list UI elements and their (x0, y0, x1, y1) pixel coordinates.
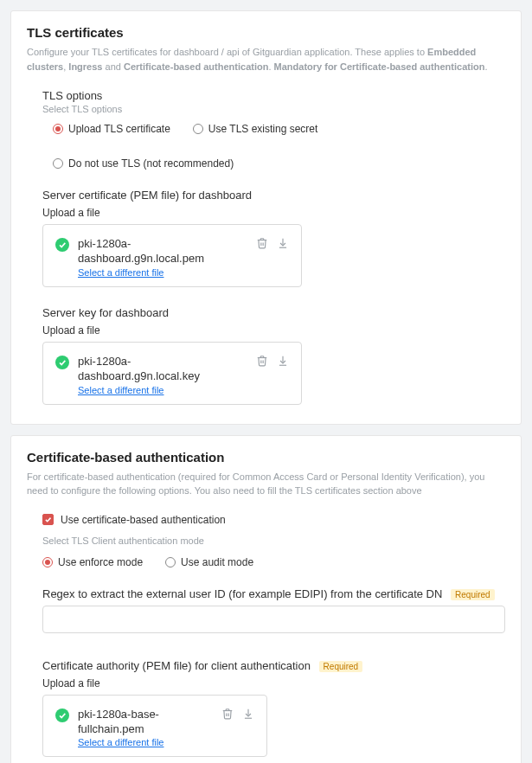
ca-filename: pki-1280a-base-fullchain.pem (78, 708, 213, 737)
select-different-file-link[interactable]: Select a different file (78, 267, 247, 278)
trash-icon[interactable] (256, 355, 268, 367)
cba-radio-enforce[interactable]: Use enforce mode (42, 556, 143, 568)
download-icon[interactable] (277, 237, 289, 249)
cba-mode-radio-row: Use enforce mode Use audit mode (27, 556, 505, 568)
ca-file-box: pki-1280a-base-fullchain.pem Select a di… (42, 695, 267, 758)
server-cert-file-box: pki-1280a-dashboard.g9n.local.pem Select… (42, 224, 302, 287)
server-cert-label: Server certificate (PEM file) for dashbo… (42, 189, 505, 202)
download-icon[interactable] (277, 355, 289, 367)
server-key-label: Server key for dashboard (42, 306, 505, 319)
select-different-file-link[interactable]: Select a different file (78, 737, 213, 747)
radio-label: Use enforce mode (58, 556, 143, 568)
radio-label: Upload TLS certificate (68, 123, 170, 135)
tls-options-group: TLS options Select TLS options Upload TL… (27, 89, 505, 170)
cba-mode-label: Select TLS Client authentication mode (27, 535, 505, 546)
required-badge: Required (319, 661, 363, 672)
cba-enable-label: Use certificate-based authentication (61, 514, 226, 526)
regex-field: Regex to extract the external user ID (f… (27, 587, 505, 600)
cba-description: For certificate-based authentication (re… (27, 470, 505, 498)
cba-enable-checkbox[interactable]: Use certificate-based authentication (27, 514, 505, 526)
ca-label: Certificate authority (PEM file) for cli… (42, 659, 505, 672)
tls-description: Configure your TLS certificates for dash… (27, 45, 505, 74)
cba-radio-audit[interactable]: Use audit mode (165, 556, 253, 568)
radio-label: Use audit mode (181, 556, 253, 568)
server-cert-filename: pki-1280a-dashboard.g9n.local.pem (78, 237, 247, 266)
tls-radio-upload[interactable]: Upload TLS certificate (53, 123, 170, 135)
server-cert-field: Server certificate (PEM file) for dashbo… (27, 189, 505, 287)
regex-input[interactable] (42, 606, 505, 633)
select-different-file-link[interactable]: Select a different file (78, 385, 247, 395)
check-icon (55, 238, 69, 252)
radio-icon (42, 557, 53, 567)
upload-a-file-label: Upload a file (42, 677, 505, 689)
upload-a-file-label: Upload a file (42, 207, 505, 219)
ca-field: Certificate authority (PEM file) for cli… (27, 659, 505, 758)
check-icon (55, 356, 69, 369)
download-icon[interactable] (242, 708, 254, 720)
radio-label: Do not use TLS (not recommended) (68, 157, 234, 170)
radio-icon (53, 158, 63, 169)
tls-options-title: TLS options (42, 89, 505, 102)
radio-icon (193, 124, 203, 134)
server-key-file-box: pki-1280a-dashboard.g9n.local.key Select… (42, 342, 302, 405)
regex-label: Regex to extract the external user ID (f… (42, 587, 505, 600)
cba-card: Certificate-based authentication For cer… (10, 435, 522, 763)
tls-radio-existing-secret[interactable]: Use TLS existing secret (193, 123, 318, 135)
tls-options-sub: Select TLS options (42, 104, 505, 114)
radio-label: Use TLS existing secret (208, 123, 318, 135)
upload-a-file-label: Upload a file (42, 324, 505, 337)
cba-title: Certificate-based authentication (27, 450, 505, 465)
checkbox-icon (42, 514, 54, 525)
tls-options-radio-row: Upload TLS certificate Use TLS existing … (42, 123, 505, 170)
check-icon (55, 708, 69, 722)
tls-title: TLS certificates (27, 25, 505, 40)
tls-certificates-card: TLS certificates Configure your TLS cert… (10, 10, 522, 425)
trash-icon[interactable] (221, 708, 234, 720)
radio-icon (165, 557, 176, 567)
required-badge: Required (451, 589, 495, 600)
radio-icon (53, 124, 63, 134)
server-key-filename: pki-1280a-dashboard.g9n.local.key (78, 355, 247, 384)
tls-radio-no-tls[interactable]: Do not use TLS (not recommended) (53, 157, 234, 170)
server-key-field: Server key for dashboard Upload a file p… (27, 306, 505, 405)
trash-icon[interactable] (256, 237, 268, 249)
